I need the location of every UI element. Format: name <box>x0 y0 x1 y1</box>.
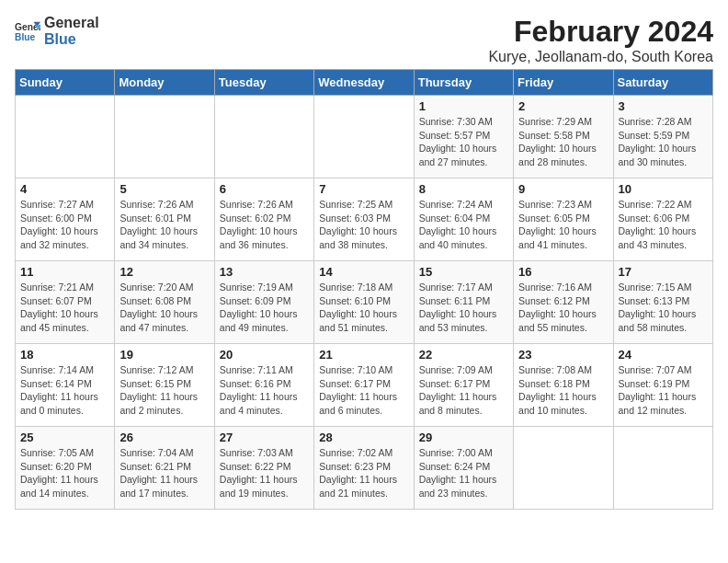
day-info: Sunrise: 7:02 AM Sunset: 6:23 PM Dayligh… <box>319 446 408 500</box>
calendar-cell <box>115 96 214 178</box>
calendar-cell: 19Sunrise: 7:12 AM Sunset: 6:15 PM Dayli… <box>115 344 214 427</box>
day-number: 13 <box>220 265 309 279</box>
day-info: Sunrise: 7:11 AM Sunset: 6:16 PM Dayligh… <box>220 363 309 418</box>
day-info: Sunrise: 7:17 AM Sunset: 6:11 PM Dayligh… <box>419 281 508 335</box>
day-info: Sunrise: 7:07 AM Sunset: 6:19 PM Dayligh… <box>619 363 708 418</box>
calendar-day-header: Saturday <box>613 70 712 96</box>
logo-line2: Blue <box>44 31 99 48</box>
day-number: 15 <box>419 265 508 279</box>
day-info: Sunrise: 7:25 AM Sunset: 6:03 PM Dayligh… <box>319 198 408 252</box>
calendar-body: 1Sunrise: 7:30 AM Sunset: 5:57 PM Daylig… <box>16 96 713 510</box>
calendar-cell <box>16 96 115 178</box>
calendar-cell: 17Sunrise: 7:15 AM Sunset: 6:13 PM Dayli… <box>613 261 712 344</box>
day-number: 21 <box>319 348 408 362</box>
day-number: 29 <box>419 431 508 444</box>
calendar-cell: 5Sunrise: 7:26 AM Sunset: 6:01 PM Daylig… <box>115 178 214 261</box>
day-info: Sunrise: 7:08 AM Sunset: 6:18 PM Dayligh… <box>518 363 608 418</box>
calendar-cell <box>613 427 712 510</box>
calendar-day-header: Monday <box>115 70 214 96</box>
calendar-cell: 25Sunrise: 7:05 AM Sunset: 6:20 PM Dayli… <box>16 427 115 510</box>
day-info: Sunrise: 7:23 AM Sunset: 6:05 PM Dayligh… <box>518 198 608 252</box>
calendar-week-row: 25Sunrise: 7:05 AM Sunset: 6:20 PM Dayli… <box>16 427 713 510</box>
calendar-cell: 14Sunrise: 7:18 AM Sunset: 6:10 PM Dayli… <box>314 261 414 344</box>
day-number: 20 <box>220 348 309 362</box>
calendar-cell: 29Sunrise: 7:00 AM Sunset: 6:24 PM Dayli… <box>414 427 513 510</box>
calendar-cell <box>514 427 613 510</box>
calendar-cell: 20Sunrise: 7:11 AM Sunset: 6:16 PM Dayli… <box>214 344 313 427</box>
day-number: 28 <box>319 431 408 444</box>
calendar-cell: 18Sunrise: 7:14 AM Sunset: 6:14 PM Dayli… <box>16 344 115 427</box>
day-info: Sunrise: 7:04 AM Sunset: 6:21 PM Dayligh… <box>119 446 209 500</box>
day-info: Sunrise: 7:29 AM Sunset: 5:58 PM Dayligh… <box>518 115 608 169</box>
calendar-week-row: 1Sunrise: 7:30 AM Sunset: 5:57 PM Daylig… <box>16 96 713 178</box>
day-number: 9 <box>518 182 608 196</box>
calendar-cell: 9Sunrise: 7:23 AM Sunset: 6:05 PM Daylig… <box>514 178 613 261</box>
calendar-day-header: Friday <box>514 70 613 96</box>
day-number: 14 <box>319 265 408 279</box>
day-number: 2 <box>518 99 608 113</box>
calendar-day-header: Tuesday <box>214 70 313 96</box>
day-info: Sunrise: 7:15 AM Sunset: 6:13 PM Dayligh… <box>619 281 708 335</box>
svg-text:Blue: Blue <box>15 32 36 42</box>
logo-icon: General Blue <box>15 18 40 44</box>
location-title: Kurye, Jeollanam-do, South Korea <box>488 49 713 65</box>
calendar-day-header: Sunday <box>16 70 115 96</box>
calendar-day-header: Thursday <box>414 70 513 96</box>
day-number: 24 <box>619 348 708 362</box>
day-number: 3 <box>619 99 708 113</box>
day-number: 4 <box>20 182 109 196</box>
calendar-cell: 28Sunrise: 7:02 AM Sunset: 6:23 PM Dayli… <box>314 427 414 510</box>
day-info: Sunrise: 7:00 AM Sunset: 6:24 PM Dayligh… <box>419 446 508 500</box>
title-area: February 2024 Kurye, Jeollanam-do, South… <box>488 15 713 65</box>
calendar-cell: 10Sunrise: 7:22 AM Sunset: 6:06 PM Dayli… <box>613 178 712 261</box>
logo-line1: General <box>44 15 99 31</box>
day-info: Sunrise: 7:26 AM Sunset: 6:01 PM Dayligh… <box>119 198 209 252</box>
day-info: Sunrise: 7:19 AM Sunset: 6:09 PM Dayligh… <box>220 281 309 335</box>
day-number: 8 <box>419 182 508 196</box>
day-number: 18 <box>20 348 109 362</box>
calendar-cell <box>214 96 313 178</box>
calendar-cell: 21Sunrise: 7:10 AM Sunset: 6:17 PM Dayli… <box>314 344 414 427</box>
calendar-cell: 3Sunrise: 7:28 AM Sunset: 5:59 PM Daylig… <box>613 96 712 178</box>
day-info: Sunrise: 7:27 AM Sunset: 6:00 PM Dayligh… <box>20 198 109 252</box>
calendar-cell: 12Sunrise: 7:20 AM Sunset: 6:08 PM Dayli… <box>115 261 214 344</box>
calendar-cell: 13Sunrise: 7:19 AM Sunset: 6:09 PM Dayli… <box>214 261 313 344</box>
calendar-cell: 26Sunrise: 7:04 AM Sunset: 6:21 PM Dayli… <box>115 427 214 510</box>
day-number: 17 <box>619 265 708 279</box>
day-info: Sunrise: 7:30 AM Sunset: 5:57 PM Dayligh… <box>419 115 508 169</box>
day-info: Sunrise: 7:21 AM Sunset: 6:07 PM Dayligh… <box>20 281 109 335</box>
day-info: Sunrise: 7:26 AM Sunset: 6:02 PM Dayligh… <box>220 198 309 252</box>
day-number: 12 <box>119 265 209 279</box>
calendar-cell: 1Sunrise: 7:30 AM Sunset: 5:57 PM Daylig… <box>414 96 513 178</box>
calendar-cell: 4Sunrise: 7:27 AM Sunset: 6:00 PM Daylig… <box>16 178 115 261</box>
day-info: Sunrise: 7:12 AM Sunset: 6:15 PM Dayligh… <box>119 363 209 418</box>
calendar-day-header: Wednesday <box>314 70 414 96</box>
month-title: February 2024 <box>488 15 713 49</box>
day-info: Sunrise: 7:03 AM Sunset: 6:22 PM Dayligh… <box>220 446 309 500</box>
day-info: Sunrise: 7:09 AM Sunset: 6:17 PM Dayligh… <box>419 363 508 418</box>
calendar-cell: 16Sunrise: 7:16 AM Sunset: 6:12 PM Dayli… <box>514 261 613 344</box>
day-number: 26 <box>119 431 209 444</box>
page-header: General Blue General Blue February 2024 … <box>15 15 713 65</box>
day-info: Sunrise: 7:14 AM Sunset: 6:14 PM Dayligh… <box>20 363 109 418</box>
day-info: Sunrise: 7:10 AM Sunset: 6:17 PM Dayligh… <box>319 363 408 418</box>
day-info: Sunrise: 7:16 AM Sunset: 6:12 PM Dayligh… <box>518 281 608 335</box>
calendar-cell: 22Sunrise: 7:09 AM Sunset: 6:17 PM Dayli… <box>414 344 513 427</box>
day-number: 19 <box>119 348 209 362</box>
day-number: 16 <box>518 265 608 279</box>
logo: General Blue General Blue <box>15 15 99 47</box>
calendar-header-row: SundayMondayTuesdayWednesdayThursdayFrid… <box>16 70 713 96</box>
day-info: Sunrise: 7:22 AM Sunset: 6:06 PM Dayligh… <box>619 198 708 252</box>
day-number: 25 <box>20 431 109 444</box>
day-number: 7 <box>319 182 408 196</box>
calendar-cell: 27Sunrise: 7:03 AM Sunset: 6:22 PM Dayli… <box>214 427 313 510</box>
day-number: 6 <box>220 182 309 196</box>
day-info: Sunrise: 7:05 AM Sunset: 6:20 PM Dayligh… <box>20 446 109 500</box>
day-info: Sunrise: 7:20 AM Sunset: 6:08 PM Dayligh… <box>119 281 209 335</box>
calendar-cell <box>314 96 414 178</box>
day-number: 22 <box>419 348 508 362</box>
day-number: 1 <box>419 99 508 113</box>
calendar-cell: 7Sunrise: 7:25 AM Sunset: 6:03 PM Daylig… <box>314 178 414 261</box>
day-number: 5 <box>119 182 209 196</box>
day-number: 11 <box>20 265 109 279</box>
